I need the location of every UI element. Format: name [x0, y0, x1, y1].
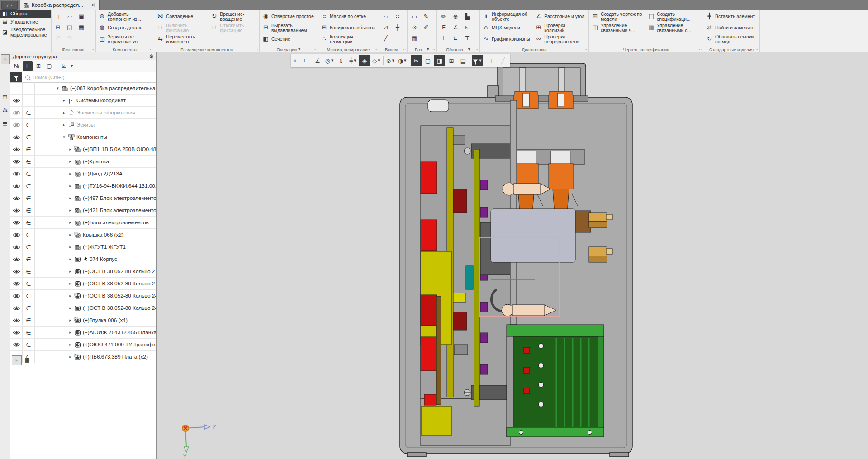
group-drag-handle[interactable]: ∷: [92, 47, 94, 51]
find-and-replace-button[interactable]: ⇄Найти и заменить: [705, 22, 758, 33]
curvature-graph-button[interactable]: ∿График кривизны: [481, 33, 533, 45]
tree-item[interactable]: ▸2(−)ОСТ В 38.052-80 Кольцо 2-32-2,: [35, 290, 156, 302]
tree-item[interactable]: ▸2(+)ПБ6.673.389 Плата (x2): [35, 351, 156, 363]
include-indicator[interactable]: ∈: [23, 180, 35, 192]
continuity-check-button[interactable]: ∾Проверка непрерывности: [534, 33, 587, 45]
manage-linked-specs-button[interactable]: ▥Управление связанными с...: [646, 22, 702, 33]
save-button[interactable]: ▣: [76, 11, 87, 22]
include-indicator[interactable]: ∈: [23, 156, 35, 167]
create-specification-button[interactable]: ▤Создать спецификаци...: [646, 11, 702, 22]
expand-arrow-icon[interactable]: ▾: [56, 86, 60, 90]
clip-shapes-button[interactable]: ◨: [434, 55, 445, 66]
visibility-toggle[interactable]: [10, 339, 23, 350]
ribbon-collapse-chevron[interactable]: »: [61, 48, 66, 51]
filter-objects-button[interactable]: ▼: [472, 55, 483, 66]
visibility-toggle[interactable]: [10, 278, 23, 289]
mark-angle-button[interactable]: ∠: [450, 22, 461, 33]
group-dropdown-arrow[interactable]: ▼: [468, 47, 470, 51]
mode-menu-solid-modeling[interactable]: ◪Твердотельное моделирование: [0, 26, 51, 39]
manage-linked-drawings-button[interactable]: ◫Управление связанными ч...: [590, 22, 645, 33]
visibility-toggle[interactable]: [10, 265, 23, 277]
print-preview-button[interactable]: ◲: [64, 22, 75, 33]
visibility-toggle[interactable]: [10, 217, 23, 228]
tree-item[interactable]: ▸(+)ОЮО.471.000 ТУ Трансформато: [35, 339, 156, 350]
mode-menu-management[interactable]: ▤Управление: [0, 18, 51, 26]
toolbar-drag-handle[interactable]: ⠿: [292, 55, 298, 66]
table-view-tab[interactable]: ▦: [23, 355, 32, 364]
document-tab[interactable]: Коробка распредел... ×: [20, 0, 100, 10]
include-indicator[interactable]: ∈: [23, 290, 35, 302]
expand-arrow-icon[interactable]: ▸: [62, 110, 66, 115]
visibility-toggle[interactable]: [10, 119, 23, 131]
expand-arrow-icon[interactable]: ▸: [68, 159, 72, 164]
expand-arrow-icon[interactable]: ▸: [68, 318, 72, 322]
aux-line-button[interactable]: ╱: [380, 33, 391, 43]
tree-item[interactable]: ▸(+)Блок электроэлементов: [35, 217, 156, 228]
orientation-up-button[interactable]: ⇧: [336, 55, 346, 66]
object-info-button[interactable]: ℹИнформация об объекте: [481, 11, 533, 22]
include-indicator[interactable]: ∈: [23, 168, 35, 180]
include-indicator[interactable]: ∈: [23, 302, 35, 314]
tree-area-select-button[interactable]: ▢: [44, 61, 54, 71]
visibility-toggle[interactable]: [10, 327, 23, 338]
copy-properties-button[interactable]: ⊞: [446, 55, 457, 66]
tree-item[interactable]: ▾(−)087 Коробка распределительная (Те: [35, 82, 156, 94]
transformer[interactable]: [507, 325, 604, 437]
expand-arrow-icon[interactable]: ▸: [62, 98, 66, 103]
visibility-toggle[interactable]: [10, 302, 23, 314]
coincidence-button[interactable]: ⋈Совпадение: [156, 11, 209, 22]
mark-e-button[interactable]: E: [438, 22, 449, 33]
expand-arrow-icon[interactable]: ▸: [68, 184, 72, 188]
expand-arrow-icon[interactable]: ▸: [68, 232, 72, 237]
tree-components-view-button[interactable]: ⊞: [33, 61, 43, 71]
wireframe-display-button[interactable]: ◇▼: [371, 55, 382, 66]
tree-item[interactable]: ▸(−)ТУ16-94-БКЖИ.644.131.001 ТУ Сб: [35, 180, 156, 192]
expand-arrow-icon[interactable]: ▸: [68, 171, 72, 176]
panel-variables-button[interactable]: fx: [1, 105, 9, 114]
include-indicator[interactable]: ∈: [23, 241, 35, 253]
structure-view-tab[interactable]: ⊦: [12, 355, 22, 365]
origin-triad[interactable]: Z Y: [182, 423, 217, 459]
include-indicator[interactable]: ∈: [23, 204, 35, 216]
tree-item[interactable]: ▸(−)АЮИЖ.754312.455 Планка фирм: [35, 327, 156, 338]
mass-properties-button[interactable]: ⌂МЦХ модели: [481, 22, 533, 33]
group-drag-handle[interactable]: ∷: [756, 47, 758, 51]
expand-arrow-icon[interactable]: ▸: [68, 220, 72, 225]
panel-tree-button[interactable]: ⊦: [1, 54, 10, 64]
expand-arrow-icon[interactable]: ▸: [68, 342, 72, 347]
move-component-button[interactable]: ⇆Переместить компонент: [156, 33, 209, 45]
filter-button[interactable]: [10, 72, 22, 82]
text-label-button[interactable]: T: [462, 33, 473, 43]
grid-array-button[interactable]: ⠿Массив по сетке: [319, 11, 377, 22]
visibility-toggle[interactable]: [10, 180, 23, 192]
create-drawing-from-model-button[interactable]: ⊞Создать чертеж по модели: [590, 11, 645, 22]
section-button[interactable]: ◧Сечение: [261, 33, 316, 45]
projection-view-button[interactable]: ▭: [409, 11, 420, 22]
tree-item[interactable]: ▾Компоненты: [35, 131, 156, 143]
expand-arrow-icon[interactable]: ▸: [68, 330, 72, 335]
include-indicator[interactable]: ∈: [23, 278, 35, 289]
tree-display-filter-button[interactable]: ☑: [59, 61, 69, 71]
add-component-from-file-button[interactable]: ⊕Добавить компонент из...: [97, 11, 152, 22]
close-tab-icon[interactable]: ×: [90, 2, 96, 8]
dropdown-arrow-icon[interactable]: ▼: [71, 64, 73, 68]
paint-faces-button[interactable]: ✎: [421, 11, 432, 22]
home-menu-button[interactable]: ⌂ ▾: [1, 1, 18, 10]
visibility-toggle[interactable]: [10, 290, 23, 302]
visibility-toggle[interactable]: [10, 143, 23, 155]
group-drag-handle[interactable]: ∷: [375, 47, 377, 51]
insert-element-button[interactable]: ╋Вставить элемент: [705, 11, 758, 22]
zoom-tools-button[interactable]: ◎▼: [324, 55, 335, 66]
print-button[interactable]: ⊟: [52, 22, 63, 33]
mirror-components-button[interactable]: ◫Зеркальное отражение ко...: [97, 33, 152, 45]
group-drag-handle[interactable]: ∷: [585, 47, 587, 51]
geometry-collection-button[interactable]: ∴Коллекция геометрии: [319, 33, 377, 45]
include-indicator[interactable]: ∈: [23, 192, 35, 204]
mark-corner-button[interactable]: ∟: [450, 33, 461, 43]
tree-item[interactable]: ▸074 Корпус: [35, 253, 156, 265]
include-indicator[interactable]: ∈: [23, 217, 35, 228]
cut-extrude-button[interactable]: ⊟Вырезать выдавливанием: [261, 22, 316, 33]
group-drag-handle[interactable]: ∷: [433, 47, 435, 51]
snap-mode-button[interactable]: ✂: [411, 55, 422, 66]
group-drag-handle[interactable]: ∷: [314, 47, 316, 51]
